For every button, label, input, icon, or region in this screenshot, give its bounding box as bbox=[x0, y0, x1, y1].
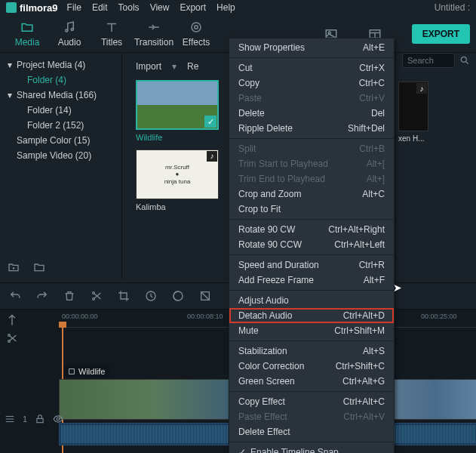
sidebar-item-label: Sample Video (20) bbox=[17, 150, 91, 161]
app-name: filmora9 bbox=[20, 2, 58, 14]
svg-point-9 bbox=[93, 298, 95, 300]
cursor-icon: ➤ bbox=[393, 282, 402, 294]
menu-view[interactable]: View bbox=[150, 2, 170, 13]
ruler-tick: 00:00:00:00 bbox=[62, 313, 98, 320]
music-badge-icon: ♪ bbox=[207, 151, 217, 162]
ctx-detach-audio[interactable]: Detach AudioCtrl+Alt+D bbox=[229, 308, 394, 323]
folder-icon[interactable] bbox=[33, 261, 45, 273]
thumb-label: Kalimba bbox=[136, 202, 219, 211]
ctx-color-correction[interactable]: Color CorrectionCtrl+Shift+C bbox=[229, 359, 394, 374]
ctx-paste: PasteCtrl+V bbox=[229, 91, 394, 106]
ctx-cut[interactable]: CutCtrl+X bbox=[229, 60, 394, 76]
search-input[interactable] bbox=[402, 53, 455, 68]
crop-icon[interactable] bbox=[118, 290, 130, 302]
ctx-copy[interactable]: CopyCtrl+C bbox=[229, 76, 394, 91]
ctx-speed[interactable]: Speed and DurationCtrl+R bbox=[229, 257, 394, 273]
clip-label: Wildlife bbox=[63, 365, 109, 378]
svg-point-0 bbox=[66, 29, 68, 32]
menu-file[interactable]: File bbox=[67, 2, 81, 13]
svg-point-7 bbox=[461, 57, 466, 62]
menu-export[interactable]: Export bbox=[180, 2, 206, 13]
ctx-freeze[interactable]: Add Freeze FrameAlt+F bbox=[229, 273, 394, 288]
search-wrap bbox=[402, 53, 470, 68]
effects-icon bbox=[189, 20, 203, 34]
eye-icon[interactable] bbox=[53, 414, 63, 424]
ctx-rotate-ccw[interactable]: Rotate 90 CCWCtrl+Alt+Left bbox=[229, 237, 394, 252]
thumb-image: ♪ bbox=[398, 82, 428, 131]
menu-tools[interactable]: Tools bbox=[118, 2, 140, 13]
ctx-show-properties[interactable]: Show PropertiesAlt+E bbox=[229, 40, 394, 55]
cut-icon[interactable] bbox=[6, 332, 18, 344]
ctx-adjust-audio[interactable]: Adjust Audio bbox=[229, 293, 394, 308]
thumb-kalimba[interactable]: mr.Scruff●ninja tuna ♪ Kalimba bbox=[136, 149, 219, 211]
sidebar-item-label: Folder (14) bbox=[27, 105, 72, 116]
chevron-down-icon: ▾ bbox=[8, 90, 14, 100]
thumb-partial[interactable]: ♪ xen H... bbox=[398, 82, 428, 143]
undo-icon[interactable] bbox=[9, 290, 21, 302]
music-icon bbox=[63, 20, 76, 34]
media-footer-icons bbox=[8, 261, 45, 273]
tracks-icon[interactable] bbox=[5, 414, 15, 424]
tab-titles[interactable]: Titles bbox=[91, 20, 133, 48]
film-icon bbox=[68, 368, 75, 375]
context-menu: Show PropertiesAlt+E CutCtrl+X CopyCtrl+… bbox=[229, 38, 395, 453]
titlebar: filmora9 File Edit Tools View Export Hel… bbox=[0, 0, 476, 15]
menu-help[interactable]: Help bbox=[217, 2, 235, 13]
new-folder-icon[interactable] bbox=[8, 261, 20, 273]
record-button[interactable]: Re bbox=[187, 61, 198, 72]
ctx-stabilization[interactable]: StabilizationAlt+S bbox=[229, 344, 394, 359]
ctx-copy-effect[interactable]: Copy EffectCtrl+Alt+C bbox=[229, 394, 394, 409]
tab-media[interactable]: Media bbox=[6, 20, 48, 48]
ctx-green-screen[interactable]: Green ScreenCtrl+Alt+G bbox=[229, 374, 394, 389]
color-icon[interactable] bbox=[172, 290, 184, 302]
check-icon: ✓ bbox=[204, 116, 217, 128]
ctx-delete-effect[interactable]: Delete Effect bbox=[229, 424, 394, 439]
sidebar-item[interactable]: Sample Video (20) bbox=[0, 148, 121, 163]
tab-audio[interactable]: Audio bbox=[48, 20, 91, 48]
sidebar-item[interactable]: Sample Color (15) bbox=[0, 133, 121, 148]
tab-transition[interactable]: Transition bbox=[133, 20, 175, 48]
speed-icon[interactable] bbox=[145, 290, 157, 302]
export-button[interactable]: EXPORT bbox=[412, 24, 470, 44]
redo-icon[interactable] bbox=[36, 290, 48, 302]
import-button[interactable]: Import bbox=[136, 61, 161, 72]
ctx-delete[interactable]: DeleteDel bbox=[229, 106, 394, 121]
track-number: 1 bbox=[23, 414, 27, 424]
ctx-crop-zoom[interactable]: Crop and ZoomAlt+C bbox=[229, 186, 394, 202]
ctx-mute[interactable]: MuteCtrl+Shift+M bbox=[229, 323, 394, 338]
app-logo: filmora9 bbox=[6, 2, 58, 14]
transition-icon bbox=[147, 20, 161, 34]
thumb-image: ✓ bbox=[136, 80, 219, 130]
document-title: Untitled : bbox=[435, 2, 470, 13]
thumb-wildlife[interactable]: ✓ Wildlife bbox=[136, 80, 219, 142]
sidebar-item-label: Shared Media (166) bbox=[17, 90, 97, 100]
delete-icon[interactable] bbox=[63, 290, 75, 302]
svg-point-17 bbox=[57, 418, 60, 421]
media-sidebar: ▾Project Media (4)Folder (4)▾Shared Medi… bbox=[0, 53, 122, 279]
music-badge-icon: ♪ bbox=[416, 83, 427, 94]
marker-icon[interactable] bbox=[6, 314, 18, 326]
track-controls: 1 bbox=[5, 414, 63, 424]
sidebar-item[interactable]: Folder 2 (152) bbox=[0, 118, 121, 133]
split-icon[interactable] bbox=[91, 290, 103, 302]
sidebar-item[interactable]: Folder (14) bbox=[0, 103, 121, 118]
svg-rect-15 bbox=[69, 369, 75, 374]
svg-rect-16 bbox=[37, 418, 43, 422]
lock-icon[interactable] bbox=[35, 414, 45, 424]
sidebar-item[interactable]: Folder (4) bbox=[0, 72, 121, 88]
sidebar-item[interactable]: ▾Project Media (4) bbox=[0, 57, 121, 72]
menu-edit[interactable]: Edit bbox=[92, 2, 108, 13]
ctx-rotate-cw[interactable]: Rotate 90 CWCtrl+Alt+Right bbox=[229, 222, 394, 237]
svg-point-2 bbox=[195, 25, 198, 29]
thumb-label: xen H... bbox=[398, 134, 428, 143]
tab-effects[interactable]: Effects bbox=[175, 20, 217, 48]
thumb-label: Wildlife bbox=[136, 133, 219, 142]
ctx-ripple-delete[interactable]: Ripple DeleteShift+Del bbox=[229, 121, 394, 136]
sidebar-item[interactable]: ▾Shared Media (166) bbox=[0, 88, 121, 103]
ctx-split: SplitCtrl+B bbox=[229, 141, 394, 156]
svg-point-3 bbox=[192, 23, 201, 32]
search-icon[interactable] bbox=[459, 55, 470, 66]
ctx-crop-fit[interactable]: Crop to Fit bbox=[229, 202, 394, 217]
green-screen-icon[interactable] bbox=[199, 290, 211, 302]
ctx-enable-snap[interactable]: ✓Enable Timeline Snap bbox=[229, 445, 394, 453]
